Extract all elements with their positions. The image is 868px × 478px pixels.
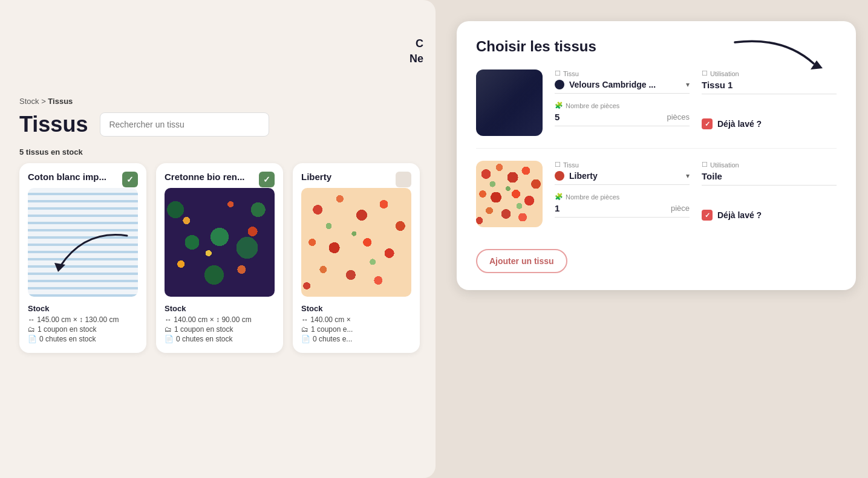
card-1-check[interactable] <box>122 172 138 187</box>
pieces-icon-2: 🧩 <box>555 193 563 201</box>
pieces-num-2: 1 <box>555 203 671 213</box>
card-1-stock-title: Stock <box>28 304 138 313</box>
pieces-num-1: 5 <box>555 112 667 122</box>
deja-lave-label-2: Déjà lavé ? <box>717 210 762 220</box>
pieces-unit-2: pièce <box>671 204 690 213</box>
card-2-stock-title: Stock <box>165 304 275 313</box>
utilisation-value-2[interactable]: Toile <box>702 171 837 186</box>
card-3-stock: Stock ↔ 140.00 cm × 🗂 1 coupon e... 📄 0 … <box>301 304 411 343</box>
fabric-card-3[interactable]: Liberty Stock ↔ 140.00 cm × 🗂 1 coupon e… <box>293 163 420 353</box>
breadcrumb: Stock > Tissus <box>19 97 73 106</box>
top-hint: C Ne <box>410 36 423 66</box>
coupon-icon-3: 🗂 <box>301 325 308 334</box>
pieces-input-2[interactable]: 1 pièce <box>555 203 690 218</box>
card-1-chutes: 📄 0 chutes en stock <box>28 335 138 343</box>
page-title-row: Tissus <box>19 112 269 137</box>
card-3-title: Liberty <box>301 172 411 182</box>
add-fabric-button[interactable]: Ajouter un tissu <box>476 249 567 273</box>
breadcrumb-parent[interactable]: Stock <box>19 97 39 106</box>
chutes-icon-2: 📄 <box>165 335 174 343</box>
chutes-icon-3: 📄 <box>301 335 310 343</box>
card-2-chutes: 📄 0 chutes en stock <box>165 335 275 343</box>
cards-row: Coton blanc imp... Stock ↔ 145.00 cm × ↕… <box>19 163 420 353</box>
card-1-title: Coton blanc imp... <box>28 172 138 182</box>
deja-lave-checkbox-1[interactable] <box>702 118 713 129</box>
utilisation-field-2: ☐ Utilisation Toile <box>702 161 837 186</box>
fabric-thumb-2 <box>476 161 543 227</box>
deja-lave-row-2[interactable]: Déjà lavé ? <box>702 210 837 221</box>
card-3-chutes: 📄 0 chutes e... <box>301 335 411 343</box>
pieces-unit-1: pièces <box>667 112 690 121</box>
deja-lave-checkbox-2[interactable] <box>702 210 713 221</box>
chutes-icon: 📄 <box>28 335 37 343</box>
utilisation-icon-2: ☐ <box>702 161 708 169</box>
card-3-image <box>301 188 411 297</box>
pieces-icon-1: 🧩 <box>555 102 563 109</box>
fabric-thumb-1 <box>476 69 543 136</box>
tissu-select-2[interactable]: Liberty ▾ <box>555 171 690 185</box>
page-title: Tissus <box>19 112 88 137</box>
card-3-coupons: 🗂 1 coupon e... <box>301 325 411 334</box>
pieces-field-1: 🧩 Nombre de pièces 5 pièces <box>555 102 690 129</box>
card-2-check[interactable] <box>259 172 275 187</box>
liberty-fabric-bg-2 <box>476 161 543 227</box>
tissu-text-1: Velours Cambridge ... <box>569 80 681 89</box>
pieces-input-1[interactable]: 5 pièces <box>555 112 690 126</box>
deja-lave-field-1: Déjà lavé ? <box>702 102 837 129</box>
breadcrumb-current: Tissus <box>48 97 73 106</box>
card-1-dimensions: ↔ 145.00 cm × ↕ 130.00 cm <box>28 315 138 324</box>
tissu-field-2: ☐ Tissu Liberty ▾ <box>555 161 690 186</box>
tissu-dot-1 <box>555 80 564 89</box>
tissu-label-1: ☐ Tissu <box>555 69 690 77</box>
deja-lave-label-1: Déjà lavé ? <box>717 119 762 129</box>
utilisation-value-1[interactable]: Tissu 1 <box>702 80 837 94</box>
breadcrumb-separator: > <box>41 97 46 106</box>
arrow-annotation-right <box>705 33 838 82</box>
fabric-card-1[interactable]: Coton blanc imp... Stock ↔ 145.00 cm × ↕… <box>19 163 146 353</box>
stock-count: 5 tissus en stock <box>19 147 83 157</box>
deja-lave-field-2: Déjà lavé ? <box>702 193 837 221</box>
utilisation-label-2: ☐ Utilisation <box>702 161 837 169</box>
tissu-field-1: ☐ Tissu Velours Cambridge ... ▾ <box>555 69 690 94</box>
pieces-label-1: 🧩 Nombre de pièces <box>555 102 690 109</box>
fabric-stripes-bg <box>28 188 138 297</box>
card-2-dimensions: ↔ 140.00 cm × ↕ 90.00 cm <box>165 315 275 324</box>
pieces-label-2: 🧩 Nombre de pièces <box>555 193 690 201</box>
card-3-check[interactable] <box>396 172 411 187</box>
tissu-dot-2 <box>555 171 564 181</box>
tissu-icon-1: ☐ <box>555 69 561 77</box>
card-3-dimensions: ↔ 140.00 cm × <box>301 315 411 324</box>
tissu-icon-2: ☐ <box>555 161 561 169</box>
card-3-stock-title: Stock <box>301 304 411 313</box>
card-2-coupons: 🗂 1 coupon en stock <box>165 325 275 334</box>
coupon-icon: 🗂 <box>28 325 35 334</box>
fabric-floral-dark-bg <box>165 188 275 297</box>
pieces-field-2: 🧩 Nombre de pièces 1 pièce <box>555 193 690 221</box>
card-1-image <box>28 188 138 297</box>
card-2-stock: Stock ↔ 140.00 cm × ↕ 90.00 cm 🗂 1 coupo… <box>165 304 275 343</box>
right-panel: Choisir les tissus ☐ Tissu Velours Cambr… <box>457 21 856 290</box>
search-input[interactable] <box>100 112 269 137</box>
card-2-title: Cretonne bio ren... <box>165 172 275 182</box>
fabric-row-2-fields: ☐ Tissu Liberty ▾ ☐ Utilisation Toile <box>555 161 837 221</box>
deja-lave-row-1[interactable]: Déjà lavé ? <box>702 118 837 129</box>
card-1-coupons: 🗂 1 coupon en stock <box>28 325 138 334</box>
chevron-down-icon-1: ▾ <box>686 80 690 89</box>
fabric-card-2[interactable]: Cretonne bio ren... Stock ↔ 140.00 cm × … <box>156 163 283 353</box>
chevron-down-icon-2: ▾ <box>686 172 690 180</box>
navy-fabric-bg <box>476 69 543 136</box>
card-1-stock: Stock ↔ 145.00 cm × ↕ 130.00 cm 🗂 1 coup… <box>28 304 138 343</box>
coupon-icon-2: 🗂 <box>165 325 172 334</box>
left-panel: C Ne Stock > Tissus Tissus 5 tissus en s… <box>0 0 436 478</box>
card-2-image <box>165 188 275 297</box>
tissu-label-2: ☐ Tissu <box>555 161 690 169</box>
tissu-select-1[interactable]: Velours Cambridge ... ▾ <box>555 80 690 94</box>
fabric-liberty-bg <box>301 188 411 297</box>
fabric-row-2: ☐ Tissu Liberty ▾ ☐ Utilisation Toile <box>476 161 837 239</box>
tissu-text-2: Liberty <box>569 171 681 181</box>
